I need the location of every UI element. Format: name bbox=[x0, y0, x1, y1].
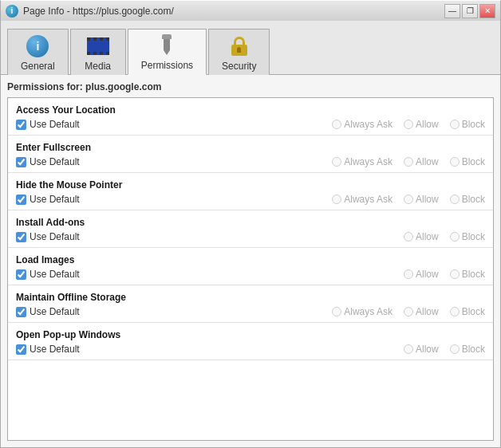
addons-allow[interactable]: Allow bbox=[404, 231, 439, 242]
fullscreen-title: Enter Fullscreen bbox=[16, 142, 485, 153]
offline-storage-title: Maintain Offline Storage bbox=[16, 292, 485, 303]
mouse-pointer-row: Use Default Always Ask Allow Block bbox=[16, 194, 485, 205]
images-title: Load Images bbox=[16, 254, 485, 265]
title-bar: i Page Info - https://plus.google.com/ —… bbox=[0, 0, 501, 21]
offline-storage-row: Use Default Always Ask Allow Block bbox=[16, 306, 485, 317]
fullscreen-always-ask[interactable]: Always Ask bbox=[332, 156, 393, 167]
tab-general-label: General bbox=[21, 61, 55, 72]
offline-storage-use-default[interactable]: Use Default bbox=[16, 306, 80, 317]
tab-permissions[interactable]: Permissions bbox=[128, 29, 207, 75]
images-checkbox[interactable] bbox=[16, 269, 26, 280]
tab-media-label: Media bbox=[85, 61, 111, 72]
close-button[interactable]: ✕ bbox=[479, 4, 495, 18]
popup-checkbox[interactable] bbox=[16, 344, 26, 355]
permission-images: Load Images Use Default Allow Block bbox=[8, 248, 493, 285]
mouse-pointer-always-ask[interactable]: Always Ask bbox=[332, 194, 393, 205]
fullscreen-allow[interactable]: Allow bbox=[404, 156, 439, 167]
permission-addons: Install Add-ons Use Default Allow Block bbox=[8, 210, 493, 248]
mouse-pointer-block[interactable]: Block bbox=[450, 194, 485, 205]
popup-row: Use Default Allow Block bbox=[16, 344, 485, 355]
fullscreen-radio-group: Always Ask Allow Block bbox=[332, 156, 485, 167]
restore-button[interactable]: ❐ bbox=[462, 4, 478, 18]
images-use-default[interactable]: Use Default bbox=[16, 269, 80, 280]
domain-label: plus.google.com bbox=[85, 81, 161, 92]
offline-storage-allow[interactable]: Allow bbox=[404, 306, 439, 317]
tab-bar: i General Media Permissions Security bbox=[0, 21, 501, 75]
fullscreen-block[interactable]: Block bbox=[450, 156, 485, 167]
permissions-scroll-area[interactable]: Access Your Location Use Default Always … bbox=[7, 97, 494, 441]
tab-media[interactable]: Media bbox=[70, 29, 126, 75]
fullscreen-row: Use Default Always Ask Allow Block bbox=[16, 156, 485, 167]
location-allow[interactable]: Allow bbox=[404, 119, 439, 130]
window-icon: i bbox=[6, 5, 18, 18]
location-checkbox[interactable] bbox=[16, 120, 26, 130]
window-title: Page Info - https://plus.google.com/ bbox=[23, 6, 174, 17]
fullscreen-use-default[interactable]: Use Default bbox=[16, 156, 80, 167]
addons-use-default[interactable]: Use Default bbox=[16, 231, 80, 242]
popup-block[interactable]: Block bbox=[450, 344, 485, 355]
location-always-ask[interactable]: Always Ask bbox=[332, 119, 393, 130]
fullscreen-checkbox[interactable] bbox=[16, 157, 26, 167]
images-row: Use Default Allow Block bbox=[16, 269, 485, 280]
permission-mouse-pointer: Hide the Mouse Pointer Use Default Alway… bbox=[8, 173, 493, 210]
tab-permissions-label: Permissions bbox=[141, 60, 193, 71]
addons-radio-group: Allow Block bbox=[404, 231, 485, 242]
location-radio-group: Always Ask Allow Block bbox=[332, 119, 485, 130]
location-title: Access Your Location bbox=[16, 104, 485, 116]
tab-security[interactable]: Security bbox=[208, 29, 270, 75]
location-block[interactable]: Block bbox=[450, 119, 485, 130]
offline-storage-radio-group: Always Ask Allow Block bbox=[332, 306, 485, 317]
popup-title: Open Pop-up Windows bbox=[16, 329, 485, 340]
location-use-default[interactable]: Use Default bbox=[16, 119, 80, 130]
popup-use-default[interactable]: Use Default bbox=[16, 344, 80, 355]
mouse-pointer-title: Hide the Mouse Pointer bbox=[16, 179, 485, 191]
general-icon: i bbox=[26, 35, 49, 57]
window-controls: — ❐ ✕ bbox=[444, 4, 495, 18]
permission-location: Access Your Location Use Default Always … bbox=[8, 98, 493, 136]
addons-title: Install Add-ons bbox=[16, 217, 485, 228]
tab-general[interactable]: i General bbox=[7, 29, 69, 75]
images-block[interactable]: Block bbox=[450, 269, 485, 280]
addons-block[interactable]: Block bbox=[450, 231, 485, 242]
popup-radio-group: Allow Block bbox=[404, 344, 485, 355]
permission-popup: Open Pop-up Windows Use Default Allow Bl… bbox=[8, 323, 493, 360]
permissions-for-label: Permissions for: plus.google.com bbox=[7, 81, 494, 92]
images-radio-group: Allow Block bbox=[404, 269, 485, 280]
minimize-button[interactable]: — bbox=[444, 4, 460, 18]
tab-security-label: Security bbox=[222, 61, 256, 72]
images-allow[interactable]: Allow bbox=[404, 269, 439, 280]
location-row: Use Default Always Ask Allow Block bbox=[16, 119, 485, 130]
offline-storage-always-ask[interactable]: Always Ask bbox=[332, 306, 393, 317]
permission-offline-storage: Maintain Offline Storage Use Default Alw… bbox=[8, 285, 493, 323]
main-content: Permissions for: plus.google.com Access … bbox=[0, 75, 501, 448]
mouse-pointer-use-default[interactable]: Use Default bbox=[16, 194, 80, 205]
mouse-pointer-checkbox[interactable] bbox=[16, 195, 26, 205]
addons-row: Use Default Allow Block bbox=[16, 231, 485, 242]
security-icon bbox=[228, 35, 250, 57]
permissions-icon bbox=[156, 34, 178, 57]
mouse-pointer-radio-group: Always Ask Allow Block bbox=[332, 194, 485, 205]
mouse-pointer-allow[interactable]: Allow bbox=[404, 194, 439, 205]
addons-checkbox[interactable] bbox=[16, 232, 26, 242]
offline-storage-block[interactable]: Block bbox=[450, 306, 485, 317]
permission-fullscreen: Enter Fullscreen Use Default Always Ask … bbox=[8, 136, 493, 173]
offline-storage-checkbox[interactable] bbox=[16, 307, 26, 317]
media-icon bbox=[87, 35, 109, 57]
popup-allow[interactable]: Allow bbox=[404, 344, 439, 355]
